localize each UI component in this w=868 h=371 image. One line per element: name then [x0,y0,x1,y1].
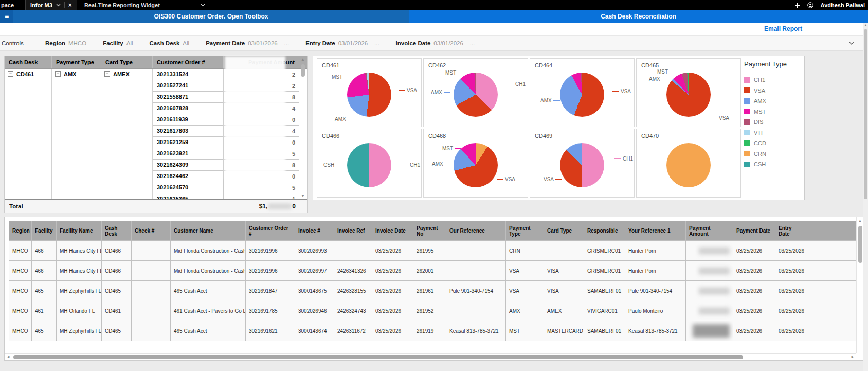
pie-chart-cd466[interactable] [347,143,391,187]
col-header-your-reference-1[interactable]: Your Reference 1 [625,221,686,241]
filter-value[interactable]: 03/01/2026 – ... [433,40,475,46]
detail-horizontal-scrollbar[interactable]: ◄ ► [5,353,856,360]
col-header-region[interactable]: Region [9,221,32,241]
page-vertical-scrollbar[interactable]: ▲ [863,23,868,371]
order-cell[interactable]: 3021611939 [153,114,224,126]
table-row[interactable]: MHCO461MH Orlando FLCD461461 Cash Acct -… [9,301,857,321]
col-header-customer-name[interactable]: Customer Name [171,221,246,241]
legend-item-vtf[interactable]: VTF [744,128,802,138]
collapse-toggle-icon[interactable]: − [104,71,110,77]
filter-cash-desk[interactable]: Cash DeskAll [150,40,190,46]
table-row[interactable]: MHCO466MH Haines City FLCD466Mid Florida… [9,261,857,281]
order-cell[interactable]: 3021331524 [153,69,224,80]
order-cell[interactable]: 3021625365 [153,193,224,199]
legend-item-vsa[interactable]: VSA [744,85,802,96]
col-header-invoice-ref[interactable]: Invoice Ref [334,221,372,241]
collapse-toggle-icon[interactable]: − [55,71,61,77]
plus-icon[interactable] [794,3,800,8]
scrollbar-thumb[interactable] [864,29,867,199]
order-cell[interactable]: 3021624570 [153,182,224,193]
order-cell[interactable]: 3021624462 [153,171,224,182]
detail-vertical-scrollbar[interactable]: ▲ [856,217,863,353]
filter-invoice-date[interactable]: Invoice Date03/01/2026 – ... [396,40,475,46]
left-pane-header[interactable]: OIS300 Customer Order. Open Toolbox [13,10,409,23]
col-header-payment-no[interactable]: Payment No [413,221,446,241]
order-cell[interactable]: 3021558871 [153,92,224,103]
col-header-card-type[interactable]: Card Type [544,221,584,241]
col-header-invoice[interactable]: Invoice # [295,221,334,241]
summary-vertical-scrollbar[interactable]: ▲ ▼ [299,57,306,199]
user-name[interactable]: Avdhesh Paliwal [821,2,865,8]
col-header-cash-desk[interactable]: Cash Desk [5,56,52,68]
legend-item-ccd[interactable]: CCD [744,138,802,149]
controls-collapse-chevron-icon[interactable] [848,41,855,45]
col-header-customer-order[interactable]: Customer Order # [246,221,295,241]
filter-value[interactable]: All [126,40,133,46]
col-header-our-reference[interactable]: Our Reference [446,221,506,241]
filter-value[interactable]: 03/01/2026 – ... [338,40,379,46]
cell: MHCO [9,301,32,321]
order-cell[interactable]: 3021624309 [153,160,224,171]
legend-item-ch1[interactable]: CH1 [744,75,802,85]
filter-value[interactable]: 03/01/2026 – ... [248,40,289,46]
leader-line [444,92,450,93]
pie-chart-cd464[interactable] [560,73,604,117]
pie-chart-cd461[interactable] [347,73,391,117]
filter-entry-date[interactable]: Entry Date03/01/2026 – ... [305,40,379,46]
col-header-cash-desk[interactable]: Cash Desk [102,221,132,241]
filter-value[interactable]: MHCO [68,40,86,46]
table-row[interactable]: MHCO466MH Haines City FLCD466Mid Florida… [9,241,857,261]
col-header-card-type[interactable]: Card Type [101,56,153,68]
col-header-payment-amount[interactable]: Payment Amount [224,56,307,68]
col-header-payment-date[interactable]: Payment Date [733,221,775,241]
col-header-responsible[interactable]: Responsible [584,221,625,241]
collapse-toggle-icon[interactable]: − [8,71,13,77]
order-cell[interactable]: 3021617803 [153,126,224,137]
filter-value[interactable]: All [183,40,189,46]
col-header-payment-amount[interactable]: Payment Amount [686,221,733,241]
pie-chart-cd469[interactable] [560,143,604,187]
table-row[interactable]: MHCO465MH Zephyrhills FLCD465465 Cash Ac… [9,281,857,301]
chevron-down-icon[interactable] [56,4,61,7]
scroll-right-icon[interactable]: ► [851,355,855,359]
col-header-check[interactable]: Check # [132,221,171,241]
col-header-payment-type[interactable]: Payment Type [52,56,101,68]
scrollbar-thumb[interactable] [301,64,305,77]
pie-chart-cd470[interactable] [666,143,711,187]
order-cell[interactable]: 3021527241 [153,80,224,92]
scrollbar-thumb[interactable] [13,355,743,359]
right-pane-header[interactable]: Cash Desk Reconciliation [409,10,868,23]
scroll-up-icon[interactable]: ▲ [858,218,862,224]
col-header-facility-name[interactable]: Facility Name [57,221,102,241]
scroll-down-icon[interactable]: ▼ [301,193,305,199]
order-cell[interactable]: 3021607828 [153,103,224,114]
filter-facility[interactable]: FacilityAll [103,40,133,46]
col-header-entry-date[interactable]: Entry Date [775,221,804,241]
legend-item-mst[interactable]: MST [744,107,802,117]
table-row[interactable]: MHCO465MH Zephyrhills FLCD465465 Cash Ac… [9,321,857,341]
col-header-facility[interactable]: Facility [32,221,57,241]
col-header-customer-order[interactable]: Customer Order # [153,56,224,68]
scrollbar-thumb[interactable] [858,226,862,263]
email-report-link[interactable]: Email Report [764,25,802,32]
legend-item-crn[interactable]: CRN [744,149,802,160]
user-icon[interactable] [807,2,813,8]
order-cell[interactable]: 3021621259 [153,137,224,148]
col-header-payment-type[interactable]: Payment Type [506,221,544,241]
tab-infor-m3[interactable]: Infor M3 × [25,0,77,10]
col-header-invoice-date[interactable]: Invoice Date [372,221,413,241]
filter-payment-date[interactable]: Payment Date03/01/2026 – ... [206,40,289,46]
scroll-left-icon[interactable]: ◄ [6,355,10,359]
pie-chart-cd465[interactable] [666,73,711,117]
pie-chart-cd462[interactable] [454,73,498,117]
scroll-up-icon[interactable]: ▲ [863,23,868,28]
legend-item-csh[interactable]: CSH [744,159,802,170]
scroll-up-icon[interactable]: ▲ [301,57,305,62]
filter-region[interactable]: RegionMHCO [45,40,86,46]
widget-chevron-down-icon[interactable] [201,4,205,7]
order-cell[interactable]: 3021623921 [153,148,224,160]
legend-item-amx[interactable]: AMX [744,96,802,107]
close-icon[interactable]: × [68,2,72,9]
hamburger-menu-icon[interactable]: ≡ [0,10,13,23]
legend-item-dis[interactable]: DIS [744,117,802,128]
